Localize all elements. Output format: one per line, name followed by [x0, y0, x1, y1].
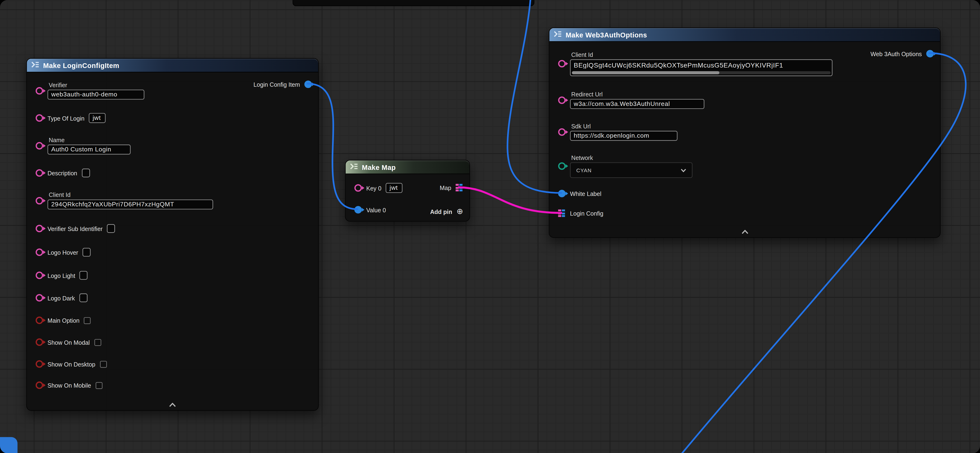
make-struct-icon: [31, 61, 39, 69]
show-on-modal-label: Show On Modal: [48, 339, 90, 346]
pin-client-id[interactable]: [558, 60, 566, 68]
redirect-url-label: Redirect Url: [571, 91, 705, 98]
client-id-input[interactable]: 294QRkchfq2YaXUbPri7D6PH7xzHgQMT: [48, 200, 213, 209]
pin-row-verifier: Verifier web3auth-auth0-demo: [36, 81, 145, 100]
pin-key-0[interactable]: [354, 184, 362, 192]
map-key-cell: [456, 184, 458, 186]
pin-row-map-output: Map: [440, 184, 463, 192]
logo-light-input[interactable]: [80, 271, 88, 280]
redirect-url-input[interactable]: w3a://com.w3a.Web3AuthUnreal: [570, 99, 705, 109]
offscreen-node-bottom-edge[interactable]: [293, 0, 535, 6]
offscreen-node-corner[interactable]: [0, 437, 18, 453]
pin-row-type-of-login: Type Of Login jwt: [36, 113, 106, 123]
collapse-chevron-icon[interactable]: [169, 403, 176, 407]
show-on-desktop-label: Show On Desktop: [48, 361, 95, 367]
wire-map-to-login-config[interactable]: [459, 187, 561, 213]
pin-redirect-url[interactable]: [558, 96, 566, 104]
pin-row-logo-dark: Logo Dark: [36, 293, 87, 302]
login-config-label: Login Config: [570, 210, 603, 217]
web3auth-options-output-label: Web 3Auth Options: [870, 50, 922, 57]
pin-show-on-mobile[interactable]: [36, 382, 43, 389]
pin-show-on-desktop[interactable]: [36, 360, 43, 368]
name-input[interactable]: Auth0 Custom Login: [48, 144, 130, 154]
add-pin-button[interactable]: Add pin ⊕: [430, 208, 463, 215]
node-make-loginconfigitem[interactable]: Make LoginConfigItem Login Config Item V…: [26, 58, 319, 411]
value-0-label: Value 0: [366, 206, 386, 213]
pin-login-config-item-output[interactable]: [304, 81, 312, 88]
collapse-chevron-icon[interactable]: [741, 230, 748, 234]
verifier-sub-identifier-input[interactable]: [107, 224, 115, 233]
show-on-mobile-checkbox[interactable]: [95, 382, 102, 388]
pin-row-logo-light: Logo Light: [36, 271, 88, 280]
pin-network[interactable]: [558, 162, 566, 170]
node-header-make-loginconfigitem[interactable]: Make LoginConfigItem: [27, 59, 318, 73]
pin-name[interactable]: [36, 142, 43, 149]
make-struct-icon: [554, 30, 562, 39]
pin-row-description: Description: [36, 169, 90, 177]
verifier-input[interactable]: web3auth-auth0-demo: [48, 90, 144, 100]
logo-hover-input[interactable]: [83, 248, 91, 257]
pin-row-network: Network CYAN: [558, 154, 692, 178]
pin-verifier-sub-identifier[interactable]: [36, 225, 43, 233]
pin-logo-light[interactable]: [36, 271, 43, 279]
type-of-login-label: Type Of Login: [48, 115, 84, 122]
node-make-web3authoptions[interactable]: Make Web3AuthOptions Web 3Auth Options C…: [549, 27, 941, 238]
pin-sdk-url[interactable]: [558, 128, 566, 136]
pin-show-on-modal[interactable]: [36, 338, 43, 346]
key-0-label: Key 0: [366, 185, 381, 192]
pin-row-redirect-url: Redirect Url w3a://com.w3a.Web3AuthUnrea…: [558, 91, 705, 109]
show-on-desktop-checkbox[interactable]: [100, 361, 107, 367]
node-header-make-map[interactable]: Make Map: [345, 160, 469, 174]
pin-logo-dark[interactable]: [36, 294, 43, 302]
client-id-scrollbar-track: [572, 71, 830, 74]
main-option-checkbox[interactable]: [84, 317, 91, 324]
description-input[interactable]: [81, 169, 90, 177]
logo-light-label: Logo Light: [48, 272, 75, 279]
pin-logo-hover[interactable]: [36, 249, 43, 256]
pin-row-key-0: Key 0 jwt: [354, 183, 403, 193]
pin-verifier[interactable]: [36, 87, 43, 94]
node-make-map[interactable]: Make Map Key 0 jwt Map Value 0 Add pin ⊕: [345, 160, 470, 222]
map-key-cell: [558, 209, 561, 211]
show-on-mobile-label: Show On Mobile: [48, 382, 91, 388]
client-id-input[interactable]: BEglQSgt4cUWcj6SKRdu5QkOXTsePmMcusG5EAoy…: [570, 59, 832, 76]
map-output-label: Map: [440, 185, 451, 192]
verifier-sub-identifier-label: Verifier Sub Identifier: [48, 225, 102, 232]
node-title: Make Web3AuthOptions: [566, 31, 647, 38]
map-key-cell: [558, 215, 561, 217]
pin-type-of-login[interactable]: [36, 114, 43, 122]
logo-dark-input[interactable]: [79, 293, 87, 302]
pin-main-option[interactable]: [36, 317, 43, 324]
sdk-url-input[interactable]: https://sdk.openlogin.com: [570, 131, 678, 141]
node-title: Make LoginConfigItem: [43, 62, 119, 69]
output-pin-label: Login Config Item: [253, 81, 300, 88]
pin-description[interactable]: [36, 169, 43, 177]
show-on-modal-checkbox[interactable]: [94, 339, 101, 346]
pin-web3auth-options-output[interactable]: [926, 50, 934, 57]
dropdown-chevron-icon: [681, 168, 686, 172]
map-value-cell: [460, 187, 462, 188]
map-key-cell: [558, 212, 561, 214]
pin-row-login-config: Login Config: [558, 209, 603, 217]
add-pin-label: Add pin: [430, 208, 452, 215]
map-value-cell: [562, 209, 565, 211]
blueprint-graph-canvas[interactable]: Make LoginConfigItem Login Config Item V…: [0, 0, 980, 453]
pin-row-sdk-url: Sdk Url https://sdk.openlogin.com: [558, 123, 678, 141]
key-0-input[interactable]: jwt: [386, 183, 403, 193]
pin-white-label[interactable]: [558, 190, 566, 197]
network-dropdown[interactable]: CYAN: [570, 162, 692, 178]
white-label-label: White Label: [570, 190, 601, 197]
type-of-login-input[interactable]: jwt: [89, 113, 106, 123]
map-value-cell: [562, 212, 565, 214]
pin-row-show-on-desktop: Show On Desktop: [36, 360, 107, 368]
pin-map-output[interactable]: [456, 184, 463, 192]
pin-row-value-0: Value 0: [354, 206, 386, 214]
pin-value-0[interactable]: [354, 206, 362, 214]
pin-login-config[interactable]: [558, 209, 566, 217]
node-header-make-web3authoptions[interactable]: Make Web3AuthOptions: [549, 28, 940, 42]
pin-client-id[interactable]: [36, 196, 43, 204]
map-value-cell: [460, 184, 462, 186]
pin-row-name: Name Auth0 Custom Login: [36, 136, 131, 154]
network-selected-value: CYAN: [576, 167, 592, 173]
client-id-scrollbar-thumb[interactable]: [572, 71, 719, 74]
